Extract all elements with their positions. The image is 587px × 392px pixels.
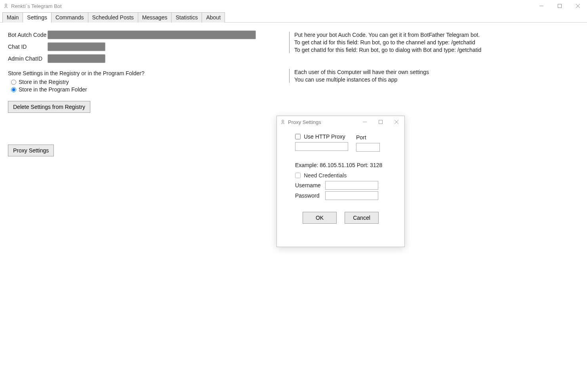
proxy-settings-dialog: Proxy Settings Use HTTP Proxy bbox=[276, 116, 405, 247]
auth-code-label: Bot Autch Code bbox=[8, 32, 48, 38]
need-credentials-input[interactable] bbox=[295, 173, 301, 178]
dialog-close-button[interactable] bbox=[389, 116, 404, 128]
username-label: Username bbox=[295, 182, 325, 188]
tab-scheduled-posts[interactable]: Scheduled Posts bbox=[88, 12, 138, 23]
app-icon bbox=[3, 3, 9, 9]
radio-store-registry-label: Store in the Registry bbox=[19, 79, 69, 85]
tab-main[interactable]: Main bbox=[2, 12, 23, 23]
svg-point-0 bbox=[5, 4, 7, 6]
use-http-proxy-label: Use HTTP Proxy bbox=[304, 133, 345, 140]
proxy-host-input[interactable] bbox=[295, 142, 348, 151]
close-button[interactable] bbox=[569, 0, 587, 12]
svg-point-5 bbox=[282, 120, 284, 122]
need-credentials-checkbox[interactable]: Need Credentials bbox=[295, 172, 397, 179]
delete-settings-button[interactable]: Delete Settings from Registry bbox=[8, 101, 90, 113]
tab-about[interactable]: About bbox=[202, 12, 225, 23]
info-line: Put here your bot Auch Code. You can get… bbox=[294, 32, 481, 38]
info-line: Each user of this Computer will have the… bbox=[294, 69, 481, 75]
svg-rect-7 bbox=[379, 120, 383, 124]
proxy-port-input[interactable] bbox=[356, 143, 380, 152]
radio-store-registry[interactable]: Store in the Registry bbox=[11, 79, 285, 85]
admin-chatid-input[interactable] bbox=[48, 54, 105, 63]
store-question: Store Settings in the Registry or in the… bbox=[8, 70, 285, 76]
password-label: Password bbox=[295, 192, 325, 199]
dialog-title: Proxy Settings bbox=[288, 119, 321, 125]
use-http-proxy-input[interactable] bbox=[295, 134, 301, 139]
cancel-button[interactable]: Cancel bbox=[345, 212, 379, 224]
radio-store-folder-input[interactable] bbox=[11, 87, 16, 92]
tab-messages[interactable]: Messages bbox=[138, 12, 172, 23]
chat-id-input[interactable] bbox=[48, 42, 105, 51]
dialog-app-icon bbox=[280, 119, 286, 125]
radio-store-folder-label: Store in the Program Folder bbox=[19, 86, 87, 93]
dialog-minimize-button[interactable] bbox=[357, 116, 373, 128]
username-input[interactable] bbox=[325, 181, 378, 190]
info-line: To get chat id for this field: Run bot, … bbox=[294, 39, 481, 46]
maximize-button[interactable] bbox=[551, 0, 569, 12]
ok-button[interactable]: OK bbox=[303, 212, 337, 224]
window-controls bbox=[532, 0, 587, 12]
window-title: Renkti`s Telegram Bot bbox=[11, 3, 62, 9]
admin-chatid-label: Admin ChatID bbox=[8, 55, 48, 62]
main-titlebar: Renkti`s Telegram Bot bbox=[0, 0, 587, 12]
tab-settings[interactable]: Settings bbox=[23, 12, 51, 23]
chat-id-label: Chat ID bbox=[8, 44, 48, 50]
info-line: To get chatId for this field: Run bot, g… bbox=[294, 47, 481, 53]
tab-commands[interactable]: Commands bbox=[51, 12, 88, 23]
minimize-button[interactable] bbox=[532, 0, 551, 12]
svg-rect-2 bbox=[558, 4, 562, 8]
tab-strip: Main Settings Commands Scheduled Posts M… bbox=[0, 12, 587, 23]
dialog-maximize-button[interactable] bbox=[373, 116, 389, 128]
info-block-auth: Put here your bot Auch Code. You can get… bbox=[289, 32, 481, 53]
radio-store-registry-input[interactable] bbox=[11, 80, 16, 85]
radio-store-folder[interactable]: Store in the Program Folder bbox=[11, 86, 285, 93]
info-block-store: Each user of this Computer will have the… bbox=[289, 69, 481, 83]
info-line: You can use multiple instances of this a… bbox=[294, 76, 481, 83]
tab-statistics[interactable]: Statistics bbox=[171, 12, 202, 23]
proxy-example-text: Example: 86.105.51.105 Port: 3128 bbox=[295, 162, 397, 168]
use-http-proxy-checkbox[interactable]: Use HTTP Proxy bbox=[295, 133, 348, 140]
port-label: Port bbox=[356, 134, 380, 141]
password-input[interactable] bbox=[325, 191, 378, 200]
auth-code-input[interactable] bbox=[48, 30, 256, 39]
proxy-settings-button[interactable]: Proxy Settings bbox=[8, 145, 54, 156]
need-credentials-label: Need Credentials bbox=[304, 172, 347, 179]
dialog-titlebar: Proxy Settings bbox=[277, 116, 404, 128]
